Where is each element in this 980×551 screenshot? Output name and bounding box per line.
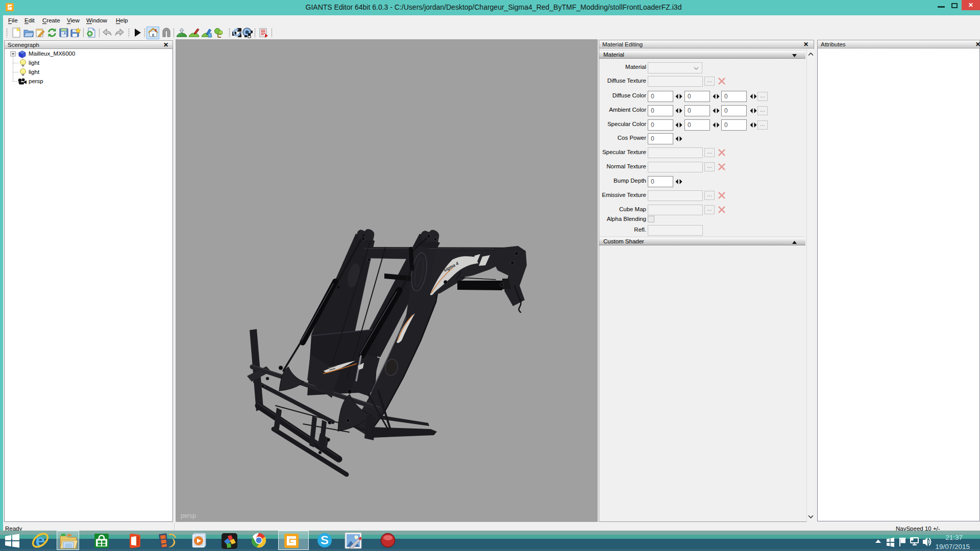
svg-text:19/07/2015: 19/07/2015 xyxy=(935,543,970,550)
svg-text:21:37: 21:37 xyxy=(945,534,963,541)
